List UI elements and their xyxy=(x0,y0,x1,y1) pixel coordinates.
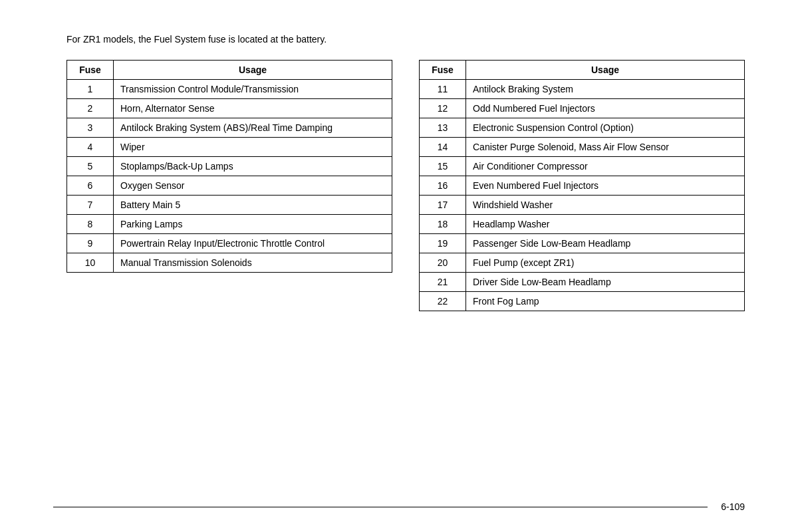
fuse-number: 4 xyxy=(67,137,114,156)
table-row: 12Odd Numbered Fuel Injectors xyxy=(420,98,745,118)
fuse-number: 5 xyxy=(67,156,114,176)
fuse-number: 11 xyxy=(420,79,466,98)
fuse-number: 2 xyxy=(67,98,114,118)
right-usage-header: Usage xyxy=(466,60,745,79)
fuse-usage: Powertrain Relay Input/Electronic Thrott… xyxy=(114,233,392,253)
table-row: 7Battery Main 5 xyxy=(67,195,392,214)
intro-text: For ZR1 models, the Fuel System fuse is … xyxy=(66,33,412,47)
fuse-number: 19 xyxy=(420,233,466,253)
page-number: 6-109 xyxy=(721,501,745,512)
table-row: 20Fuel Pump (except ZR1) xyxy=(420,253,745,272)
fuse-number: 7 xyxy=(67,195,114,214)
fuse-usage: Electronic Suspension Control (Option) xyxy=(466,118,745,137)
right-fuse-table: Fuse Usage 11Antilock Braking System12Od… xyxy=(419,60,745,311)
fuse-number: 14 xyxy=(420,137,466,156)
table-row: 4Wiper xyxy=(67,137,392,156)
table-row: 2Horn, Alternator Sense xyxy=(67,98,392,118)
table-row: 22Front Fog Lamp xyxy=(420,291,745,311)
fuse-usage: Driver Side Low-Beam Headlamp xyxy=(466,272,745,291)
fuse-usage: Stoplamps/Back-Up Lamps xyxy=(114,156,392,176)
table-row: 13Electronic Suspension Control (Option) xyxy=(420,118,745,137)
fuse-usage: Air Conditioner Compressor xyxy=(466,156,745,176)
fuse-usage: Passenger Side Low-Beam Headlamp xyxy=(466,233,745,253)
tables-wrapper: Fuse Usage 1Transmission Control Module/… xyxy=(66,60,745,311)
fuse-usage: Oxygen Sensor xyxy=(114,176,392,195)
fuse-number: 18 xyxy=(420,214,466,233)
fuse-usage: Parking Lamps xyxy=(114,214,392,233)
fuse-number: 22 xyxy=(420,291,466,311)
table-row: 11Antilock Braking System xyxy=(420,79,745,98)
table-row: 15Air Conditioner Compressor xyxy=(420,156,745,176)
fuse-usage: Front Fog Lamp xyxy=(466,291,745,311)
bottom-line xyxy=(53,507,708,507)
fuse-number: 21 xyxy=(420,272,466,291)
left-usage-header: Usage xyxy=(114,60,392,79)
fuse-usage: Transmission Control Module/Transmission xyxy=(114,79,392,98)
fuse-usage: Even Numbered Fuel Injectors xyxy=(466,176,745,195)
fuse-number: 12 xyxy=(420,98,466,118)
table-row: 10Manual Transmission Solenoids xyxy=(67,253,392,272)
fuse-number: 17 xyxy=(420,195,466,214)
table-row: 14Canister Purge Solenoid, Mass Air Flow… xyxy=(420,137,745,156)
fuse-number: 20 xyxy=(420,253,466,272)
right-fuse-header: Fuse xyxy=(420,60,466,79)
table-row: 17Windshield Washer xyxy=(420,195,745,214)
fuse-usage: Battery Main 5 xyxy=(114,195,392,214)
table-row: 6Oxygen Sensor xyxy=(67,176,392,195)
table-row: 5Stoplamps/Back-Up Lamps xyxy=(67,156,392,176)
fuse-number: 13 xyxy=(420,118,466,137)
fuse-usage: Antilock Braking System (ABS)/Real Time … xyxy=(114,118,392,137)
table-row: 16Even Numbered Fuel Injectors xyxy=(420,176,745,195)
page-container: For ZR1 models, the Fuel System fuse is … xyxy=(0,0,798,532)
table-row: 19Passenger Side Low-Beam Headlamp xyxy=(420,233,745,253)
right-table-section: Fuse Usage 11Antilock Braking System12Od… xyxy=(419,60,745,311)
left-table-section: Fuse Usage 1Transmission Control Module/… xyxy=(66,60,392,273)
fuse-number: 6 xyxy=(67,176,114,195)
table-row: 21Driver Side Low-Beam Headlamp xyxy=(420,272,745,291)
table-row: 1Transmission Control Module/Transmissio… xyxy=(67,79,392,98)
bottom-bar: 6-109 xyxy=(53,501,745,512)
fuse-number: 9 xyxy=(67,233,114,253)
fuse-usage: Headlamp Washer xyxy=(466,214,745,233)
fuse-number: 3 xyxy=(67,118,114,137)
fuse-usage: Wiper xyxy=(114,137,392,156)
table-row: 9Powertrain Relay Input/Electronic Throt… xyxy=(67,233,392,253)
fuse-usage: Windshield Washer xyxy=(466,195,745,214)
fuse-number: 1 xyxy=(67,79,114,98)
fuse-usage: Canister Purge Solenoid, Mass Air Flow S… xyxy=(466,137,745,156)
table-row: 8Parking Lamps xyxy=(67,214,392,233)
left-fuse-header: Fuse xyxy=(67,60,114,79)
table-row: 18Headlamp Washer xyxy=(420,214,745,233)
fuse-usage: Odd Numbered Fuel Injectors xyxy=(466,98,745,118)
fuse-usage: Antilock Braking System xyxy=(466,79,745,98)
left-fuse-table: Fuse Usage 1Transmission Control Module/… xyxy=(66,60,392,273)
table-row: 3Antilock Braking System (ABS)/Real Time… xyxy=(67,118,392,137)
fuse-number: 15 xyxy=(420,156,466,176)
fuse-number: 8 xyxy=(67,214,114,233)
fuse-usage: Fuel Pump (except ZR1) xyxy=(466,253,745,272)
fuse-usage: Horn, Alternator Sense xyxy=(114,98,392,118)
right-table-header-row: Fuse Usage xyxy=(420,60,745,79)
left-table-header-row: Fuse Usage xyxy=(67,60,392,79)
fuse-number: 16 xyxy=(420,176,466,195)
fuse-number: 10 xyxy=(67,253,114,272)
fuse-usage: Manual Transmission Solenoids xyxy=(114,253,392,272)
